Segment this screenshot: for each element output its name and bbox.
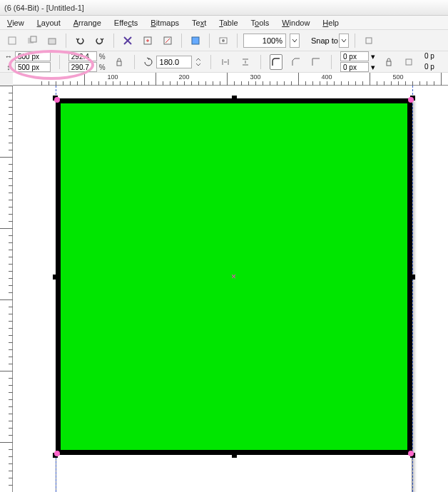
svg-rect-12 — [406, 59, 412, 65]
redo-button[interactable] — [92, 33, 108, 48]
selection-handle-bm[interactable] — [232, 453, 237, 458]
corner-node-tr[interactable] — [408, 97, 414, 103]
zoom-input[interactable]: 100% — [243, 34, 286, 48]
svg-rect-9 — [366, 38, 372, 43]
zoom-dropdown[interactable] — [290, 34, 300, 48]
menu-layout[interactable]: Layout — [37, 19, 61, 27]
selection-handle-ml[interactable] — [53, 275, 58, 280]
corner-radius-block: 0 px▾ 0 px▾ — [340, 51, 375, 72]
svg-rect-2 — [31, 36, 36, 42]
menu-table[interactable]: Table — [219, 19, 238, 27]
separator — [210, 55, 211, 69]
svg-rect-11 — [387, 61, 391, 66]
percent-label: % — [99, 63, 106, 71]
corner-edit-button[interactable] — [402, 54, 415, 70]
menu-text[interactable]: Text — [192, 19, 206, 27]
menu-bitmaps[interactable]: Bitmaps — [151, 19, 179, 27]
separator — [134, 55, 135, 69]
scale-y-input[interactable]: 290.7 — [68, 62, 97, 72]
height-icon: ↕ — [4, 63, 13, 71]
corner-node-bl[interactable] — [54, 451, 60, 456]
corner-node-br[interactable] — [408, 451, 414, 456]
separator — [181, 34, 182, 48]
corner-round-button[interactable] — [270, 54, 282, 70]
ruler-vertical[interactable] — [0, 86, 13, 492]
corner-spinner[interactable]: ▾ — [371, 63, 375, 72]
rotation-block: 180.0 — [143, 56, 202, 68]
btn-generic-2[interactable] — [24, 33, 40, 48]
mirror-v-button[interactable] — [239, 54, 252, 70]
svg-rect-10 — [117, 61, 121, 66]
canvas[interactable]: × — [13, 86, 448, 492]
corner-tr-input[interactable]: 0 p — [422, 51, 444, 61]
separator — [66, 34, 66, 48]
corner-node-tl[interactable] — [54, 97, 60, 103]
export-button[interactable] — [140, 33, 156, 48]
corner-lock-button[interactable] — [382, 54, 395, 70]
rotate-icon — [143, 57, 153, 67]
welcome-button[interactable] — [215, 33, 231, 48]
separator — [355, 34, 355, 48]
menu-window[interactable]: Window — [282, 19, 310, 27]
titlebar: (6 (64-Bit) - [Untitled-1] — [0, 0, 448, 16]
corner-chamfer-button[interactable] — [310, 54, 322, 70]
menu-effects[interactable]: Effects — [114, 19, 138, 27]
corner-radius-block-2: 0 p 0 p — [422, 51, 444, 72]
selection-handle-mr[interactable] — [410, 275, 415, 280]
percent-label: % — [99, 53, 106, 61]
snap-label: Snap to — [311, 36, 338, 45]
corner-spinner[interactable]: ▾ — [371, 52, 375, 61]
ruler-tick-label: 500 — [392, 73, 403, 81]
height-input[interactable]: 500 px — [15, 62, 51, 72]
ruler-tick-label: 200 — [178, 73, 189, 81]
separator — [59, 55, 60, 69]
ruler-tick-label: 400 — [321, 73, 332, 81]
menu-view[interactable]: View — [7, 19, 24, 27]
object-size-block: ↔ 500 px ↕ 500 px — [4, 51, 51, 72]
center-marker: × — [231, 274, 237, 280]
title-text: (6 (64-Bit) - [Untitled-1] — [4, 4, 84, 12]
menu-arrange[interactable]: Arrange — [73, 19, 101, 27]
property-bar: ↔ 500 px ↕ 500 px 292.4 % 290.7 % 180.0 … — [0, 51, 448, 73]
svg-rect-6 — [192, 37, 199, 44]
rotation-input[interactable]: 180.0 — [156, 56, 192, 68]
btn-generic-1[interactable] — [4, 33, 20, 48]
svg-rect-3 — [49, 39, 56, 44]
publish-button[interactable] — [160, 33, 175, 48]
mirror-h-button[interactable] — [219, 54, 232, 70]
menu-tools[interactable]: Tools — [251, 19, 270, 27]
svg-point-8 — [222, 39, 225, 42]
menubar: View Layout Arrange Effects Bitmaps Text… — [0, 16, 448, 30]
lock-ratio-button[interactable] — [113, 54, 126, 70]
corner-br-input[interactable]: 0 p — [422, 62, 444, 72]
ruler-tick-label: 300 — [250, 73, 260, 81]
svg-rect-0 — [9, 37, 16, 44]
corner-tl-input[interactable]: 0 px — [340, 51, 369, 61]
separator — [237, 34, 238, 48]
separator — [260, 55, 261, 69]
ruler-tick-label: 100 — [107, 73, 118, 81]
width-icon: ↔ — [4, 52, 13, 61]
scale-x-input[interactable]: 292.4 — [68, 51, 97, 61]
app-launcher-button[interactable] — [188, 33, 203, 48]
corner-scallop-button[interactable] — [290, 54, 302, 70]
menu-help[interactable]: Help — [322, 19, 339, 27]
width-input[interactable]: 500 px — [15, 51, 51, 61]
undo-button[interactable] — [72, 33, 88, 48]
import-button[interactable] — [120, 33, 136, 48]
btn-generic-3[interactable] — [44, 33, 60, 48]
selection-handle-tm[interactable] — [232, 96, 237, 101]
rotation-spinner[interactable] — [195, 57, 202, 67]
corner-bl-input[interactable]: 0 px — [340, 62, 369, 72]
separator — [331, 55, 332, 69]
options-button[interactable] — [361, 33, 377, 48]
guideline-vertical[interactable] — [412, 86, 413, 492]
separator — [113, 34, 114, 48]
ruler-horizontal[interactable]: 100 200 300 400 500 — [13, 73, 448, 86]
separator — [209, 34, 210, 48]
scale-block: 292.4 % 290.7 % — [68, 51, 106, 72]
snap-dropdown[interactable] — [339, 34, 349, 48]
main-toolbar: 100% Snap to — [0, 30, 448, 51]
